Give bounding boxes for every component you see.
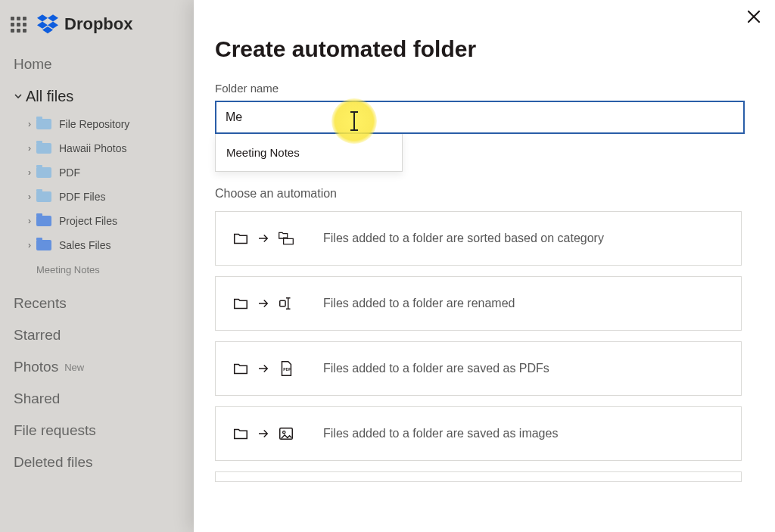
chevron-down-icon: [14, 92, 26, 101]
brand-name: Dropbox: [64, 14, 132, 34]
automation-card-save-image[interactable]: Files added to a folder are saved as ima…: [215, 406, 742, 461]
apps-grid-icon[interactable]: [11, 17, 26, 33]
shared-folder-icon: [36, 239, 51, 251]
chevron-right-icon: ›: [26, 143, 36, 154]
tree-item-pdf[interactable]: › PDF: [26, 160, 182, 185]
chevron-right-icon: ›: [26, 216, 36, 226]
sidebar-item-deleted[interactable]: Deleted files: [14, 446, 182, 478]
sidebar-item-recents[interactable]: Recents: [14, 288, 182, 319]
sidebar-item-home[interactable]: Home: [14, 48, 182, 80]
sorted-folders-icon: [278, 230, 294, 247]
arrow-right-icon: [255, 295, 272, 312]
rename-icon: [278, 295, 294, 312]
arrow-right-icon: [255, 360, 272, 377]
automation-description: Files added to a folder are sorted based…: [323, 232, 604, 245]
tree-item-label: File Repository: [59, 118, 129, 130]
folder-name-input[interactable]: [215, 101, 745, 134]
automation-card-sort-category[interactable]: Files added to a folder are sorted based…: [215, 211, 742, 266]
dropbox-logo-icon: [37, 14, 58, 35]
automation-icons: [232, 425, 302, 442]
brand[interactable]: Dropbox: [37, 14, 132, 35]
tree-item-project-files[interactable]: › Project Files: [26, 209, 182, 233]
create-automated-folder-modal: Create automated folder Folder name Meet…: [194, 0, 775, 532]
pdf-file-icon: PDF: [278, 360, 294, 377]
sidebar-item-photos[interactable]: Photos New: [14, 351, 182, 383]
folder-icon: [232, 360, 249, 377]
automation-icons: [232, 230, 302, 247]
new-badge: New: [64, 362, 84, 373]
folder-icon: [36, 142, 51, 154]
folder-icon: [36, 166, 51, 179]
tree-item-label: Sales Files: [59, 239, 110, 251]
svg-marker-1: [48, 14, 58, 21]
tree-item-label: PDF Files: [59, 191, 105, 203]
sidebar-item-starred[interactable]: Starred: [14, 319, 182, 351]
automation-card-next[interactable]: [215, 471, 742, 482]
arrow-right-icon: [255, 425, 272, 442]
svg-marker-0: [37, 14, 48, 21]
tree-item-label: Meeting Notes: [36, 264, 100, 275]
automation-icons: PDF: [232, 360, 302, 377]
automation-list[interactable]: Files added to a folder are sorted based…: [215, 211, 754, 529]
sidebar-item-label: Recents: [14, 295, 67, 312]
automation-description: Files added to a folder are saved as ima…: [323, 427, 558, 440]
chevron-right-icon: ›: [26, 191, 36, 202]
sidebar-item-label: Photos: [14, 359, 58, 375]
sidebar-item-label: Starred: [14, 327, 61, 344]
sidebar-item-label: File requests: [14, 422, 96, 439]
tree-item-label: Hawaii Photos: [59, 142, 127, 154]
shared-folder-icon: [36, 215, 51, 227]
tree-item-pdf-files[interactable]: › PDF Files: [26, 185, 182, 209]
sidebar: Dropbox Home All files › File Repository: [0, 0, 182, 532]
automation-description: Files added to a folder are saved as PDF…: [323, 362, 549, 375]
folder-name-label: Folder name: [215, 82, 754, 95]
choose-automation-label: Choose an automation: [215, 187, 754, 201]
svg-text:PDF: PDF: [283, 367, 291, 372]
sidebar-item-shared[interactable]: Shared: [14, 383, 182, 415]
sidebar-item-label: Shared: [14, 390, 60, 407]
automation-icons: [232, 295, 302, 312]
chevron-right-icon: ›: [26, 240, 36, 250]
sidebar-item-label: Deleted files: [14, 454, 93, 471]
folder-icon: [36, 191, 51, 203]
tree-item-sales-files[interactable]: › Sales Files: [26, 233, 182, 257]
chevron-right-icon: ›: [26, 119, 36, 129]
tree-item-label: PDF: [59, 166, 80, 179]
folder-icon: [232, 425, 249, 442]
image-file-icon: [278, 425, 294, 442]
file-tree: › File Repository › Hawaii Photos › PDF …: [14, 112, 182, 282]
chevron-right-icon: ›: [26, 167, 36, 178]
sidebar-item-label: All files: [26, 88, 73, 105]
tree-item-file-repository[interactable]: › File Repository: [26, 112, 182, 136]
svg-rect-5: [280, 300, 285, 306]
sidebar-item-file-requests[interactable]: File requests: [14, 415, 182, 446]
tree-item-label: Project Files: [59, 215, 117, 227]
automation-description: Files added to a folder are renamed: [323, 297, 515, 310]
arrow-right-icon: [255, 230, 272, 247]
modal-title: Create automated folder: [215, 36, 754, 62]
tree-item-meeting-notes[interactable]: Meeting Notes: [26, 257, 182, 282]
automation-card-save-pdf[interactable]: PDF Files added to a folder are saved as…: [215, 341, 742, 396]
folder-icon: [36, 118, 51, 130]
sidebar-item-all-files[interactable]: All files: [14, 80, 182, 112]
sidebar-item-label: Home: [14, 56, 52, 73]
tree-item-hawaii-photos[interactable]: › Hawaii Photos: [26, 136, 182, 160]
folder-icon: [232, 230, 249, 247]
automation-card-rename[interactable]: Files added to a folder are renamed: [215, 276, 742, 331]
svg-point-8: [283, 431, 285, 434]
autocomplete-dropdown: Meeting Notes: [215, 134, 403, 172]
autocomplete-option-meeting-notes[interactable]: Meeting Notes: [216, 134, 402, 171]
folder-icon: [232, 295, 249, 312]
